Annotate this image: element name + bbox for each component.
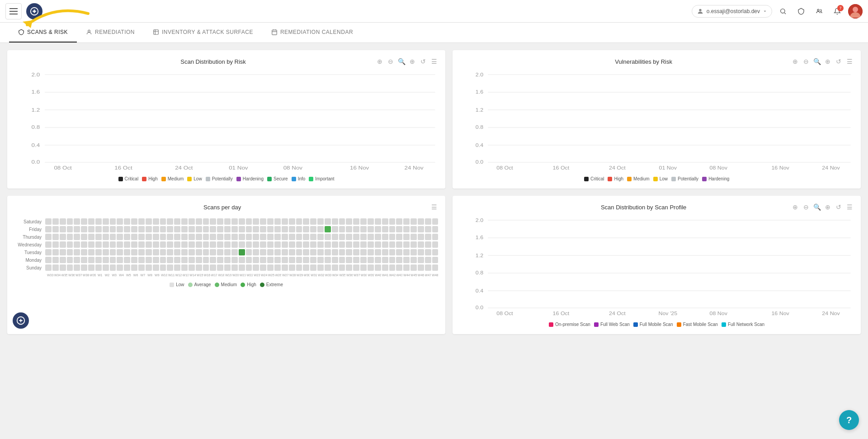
avatar[interactable] xyxy=(848,4,863,19)
scan-distribution-card: Scan Distribution by Risk ⊕ ⊖ 🔍 ⊕ ↺ ☰ 2.… xyxy=(7,50,445,189)
move-btn-sp[interactable]: ⊕ xyxy=(824,203,832,211)
heatmap-cell xyxy=(160,264,166,271)
svg-rect-10 xyxy=(272,30,277,35)
heatmap-cell xyxy=(110,249,116,255)
main-content: Scan Distribution by Risk ⊕ ⊖ 🔍 ⊕ ↺ ☰ 2.… xyxy=(0,43,868,341)
heatmap-cell xyxy=(217,249,223,255)
heatmap-cell xyxy=(253,226,259,232)
heatmap-cell xyxy=(60,234,66,240)
vulnerabilities-risk-controls: ⊕ ⊖ 🔍 ⊕ ↺ ☰ xyxy=(791,57,854,66)
heatmap-cell xyxy=(368,257,374,263)
week-label: W9 xyxy=(154,274,160,277)
svg-text:2.0: 2.0 xyxy=(476,218,483,223)
heatmap-cell xyxy=(375,218,381,225)
heatmap-cell xyxy=(74,234,80,240)
heatmap-cell xyxy=(317,264,324,271)
shield-button[interactable] xyxy=(794,4,808,19)
heatmap-cell xyxy=(325,226,331,232)
heatmap-cell xyxy=(88,257,94,263)
legend-critical: Critical xyxy=(118,176,139,181)
scan-profile-title: Scan Distribution by Scan Profile xyxy=(496,204,791,211)
heatmap-cell xyxy=(210,249,216,255)
menu-btn-sp[interactable]: ☰ xyxy=(845,203,854,211)
week-label: W7 xyxy=(140,274,146,277)
heatmap-cell xyxy=(418,249,424,255)
heatmap-cell xyxy=(296,249,302,255)
heatmap-cell xyxy=(375,249,381,255)
heatmap-cell xyxy=(310,241,316,248)
heatmap-cell xyxy=(260,241,266,248)
heatmap-cell xyxy=(360,234,367,240)
heatmap-cell xyxy=(389,226,396,232)
reset-btn-v[interactable]: ↺ xyxy=(835,57,843,66)
zoom-btn-sp[interactable]: 🔍 xyxy=(813,203,821,211)
heatmap-cell xyxy=(74,241,80,248)
heatmap-cell xyxy=(52,234,59,240)
heatmap-cell xyxy=(174,264,180,271)
move-btn[interactable]: ⊕ xyxy=(408,57,416,66)
heatmap-cell xyxy=(339,257,345,263)
zoom-in-btn[interactable]: ⊕ xyxy=(376,57,384,66)
heatmap-cell xyxy=(174,241,180,248)
zoom-in-btn-v[interactable]: ⊕ xyxy=(791,57,799,66)
heatmap-cell xyxy=(274,241,281,248)
heatmap-cell xyxy=(274,226,281,232)
heatmap-cell xyxy=(189,257,195,263)
reset-btn-sp[interactable]: ↺ xyxy=(835,203,843,211)
tab-inventory[interactable]: INVENTORY & ATTACK SURFACE xyxy=(144,23,262,42)
user-account-pill[interactable]: o.essaji@ostorlab.dev xyxy=(692,5,772,18)
tab-scans-risk[interactable]: SCANS & RISK xyxy=(9,23,77,42)
heatmap-cell xyxy=(52,249,59,255)
menu-btn-v[interactable]: ☰ xyxy=(845,57,854,66)
heatmap-cell xyxy=(375,226,381,232)
zoom-out-btn[interactable]: ⊖ xyxy=(387,57,395,66)
heatmap-cell xyxy=(360,264,367,271)
reset-btn[interactable]: ↺ xyxy=(419,57,427,66)
heatmap-cell xyxy=(95,234,102,240)
heatmap-cell xyxy=(325,241,331,248)
heatmap-cell xyxy=(45,218,52,225)
zoom-out-btn-sp[interactable]: ⊖ xyxy=(802,203,810,211)
hamburger-menu-button[interactable] xyxy=(5,3,22,19)
vulnerabilities-risk-title: Vulnerabilities by Risk xyxy=(496,58,791,65)
heatmap-cell xyxy=(160,234,166,240)
heatmap-cell xyxy=(181,218,188,225)
heatmap-cell xyxy=(282,218,288,225)
heatmap-cell xyxy=(67,257,73,263)
tab-calendar[interactable]: REMEDIATION CALENDAR xyxy=(262,23,362,42)
notification-badge: 7 xyxy=(837,5,844,11)
contacts-button[interactable] xyxy=(812,4,826,19)
notifications-button[interactable]: 7 xyxy=(830,4,844,19)
week-label: W19 xyxy=(225,274,231,277)
heatmap-cell xyxy=(189,249,195,255)
heatmap-cell xyxy=(146,226,152,232)
heatmap-cell xyxy=(396,226,402,232)
heatmap-cell xyxy=(224,218,231,225)
search-button[interactable] xyxy=(776,4,790,19)
svg-text:24 Nov: 24 Nov xyxy=(822,311,840,316)
heatmap-cell xyxy=(418,241,424,248)
week-label: W34 xyxy=(332,274,339,277)
tab-remediation[interactable]: REMEDIATION xyxy=(77,23,144,42)
svg-point-2 xyxy=(33,9,36,13)
heatmap-cell xyxy=(389,249,396,255)
heatmap-cell xyxy=(325,257,331,263)
heatmap-cell xyxy=(396,249,402,255)
week-label: W29 xyxy=(297,274,303,277)
move-btn-v[interactable]: ⊕ xyxy=(824,57,832,66)
zoom-btn-v[interactable]: 🔍 xyxy=(813,57,821,66)
legend-high: High xyxy=(142,176,158,181)
heatmap-row-tuesday: Tuesday xyxy=(14,249,438,255)
heatmap-cell xyxy=(124,249,130,255)
zoom-in-btn-sp[interactable]: ⊕ xyxy=(791,203,799,211)
zoom-btn[interactable]: 🔍 xyxy=(397,57,406,66)
scans-per-day-header: Scans per day ☰ xyxy=(14,203,438,211)
svg-text:24 Nov: 24 Nov xyxy=(404,165,423,170)
menu-btn-spd[interactable]: ☰ xyxy=(430,203,438,211)
menu-btn[interactable]: ☰ xyxy=(430,57,438,66)
heatmap-cell xyxy=(353,226,359,232)
heatmap-cell xyxy=(353,218,359,225)
scan-profile-card: Scan Distribution by Scan Profile ⊕ ⊖ 🔍 … xyxy=(453,196,861,334)
heatmap-cell xyxy=(60,257,66,263)
zoom-out-btn-v[interactable]: ⊖ xyxy=(802,57,810,66)
